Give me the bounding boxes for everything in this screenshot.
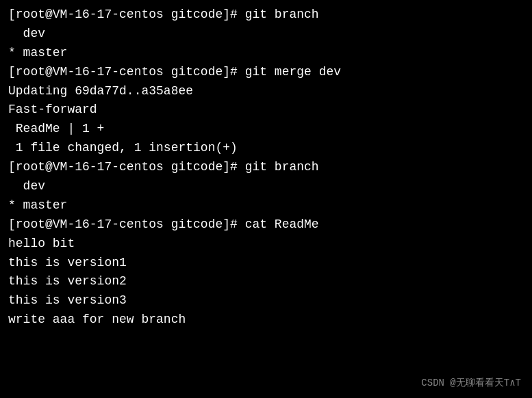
terminal-line: * master <box>8 44 524 63</box>
terminal-line: this is version2 <box>8 272 524 291</box>
terminal-line: [root@VM-16-17-centos gitcode]# git bran… <box>8 5 524 25</box>
terminal-line: Updating 69da77d..a35a8ee <box>8 82 524 101</box>
terminal-line: dev <box>8 177 524 196</box>
terminal-window: [root@VM-16-17-centos gitcode]# git bran… <box>0 0 532 398</box>
terminal-line: * master <box>8 196 524 215</box>
terminal-line: this is version3 <box>8 291 524 310</box>
terminal-line: write aaa for new branch <box>8 310 524 330</box>
terminal-line: Fast-forward <box>8 101 524 120</box>
terminal-line: 1 file changed, 1 insertion(+) <box>8 139 524 158</box>
terminal-line: [root@VM-16-17-centos gitcode]# cat Read… <box>8 215 524 235</box>
terminal-line: [root@VM-16-17-centos gitcode]# git merg… <box>8 63 524 82</box>
terminal-line: this is version1 <box>8 254 524 273</box>
watermark: CSDN @无聊看看天T∧T <box>421 376 521 391</box>
terminal-line: dev <box>8 25 524 44</box>
terminal-line: hello bit <box>8 235 524 254</box>
terminal-line: ReadMe | 1 + <box>8 120 524 139</box>
terminal-line: [root@VM-16-17-centos gitcode]# git bran… <box>8 158 524 177</box>
